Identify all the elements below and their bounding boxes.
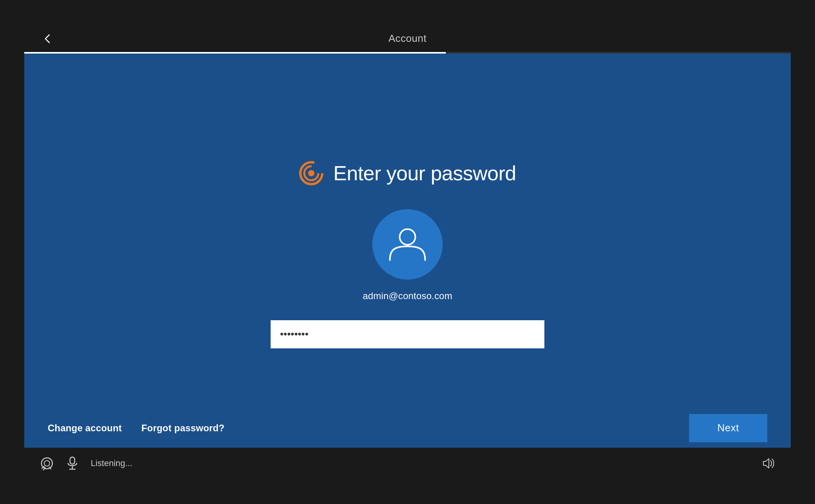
titlebar-title: Account [388,32,426,45]
brand-icon [299,161,324,186]
next-button[interactable]: Next [689,414,767,442]
svg-point-3 [400,229,415,245]
bottom-bar: Change account Forgot password? Next [24,409,791,448]
taskbar: Listening... [24,448,791,479]
taskbar-left: Listening... [40,456,132,470]
microphone-icon[interactable] [66,456,78,470]
listening-label: Listening... [91,458,132,468]
forgot-password-button[interactable]: Forgot password? [142,423,225,434]
svg-rect-6 [70,457,75,464]
taskbar-right [762,457,775,469]
window: Account Enter your password [24,25,791,479]
titlebar: Account [24,25,791,52]
user-email: admin@contoso.com [363,291,452,301]
page-title: Enter your password [333,161,516,185]
cortana-icon[interactable] [40,456,54,470]
header-section: Enter your password [299,161,516,186]
back-button[interactable] [40,31,56,47]
bottom-links: Change account Forgot password? [48,423,224,434]
user-avatar [372,209,443,280]
volume-icon[interactable] [762,457,775,469]
svg-point-5 [44,461,50,466]
change-account-button[interactable]: Change account [48,423,122,434]
main-content: Enter your password admin@contoso.com Ch… [24,54,791,448]
password-input[interactable] [271,320,544,348]
svg-point-2 [308,170,314,176]
